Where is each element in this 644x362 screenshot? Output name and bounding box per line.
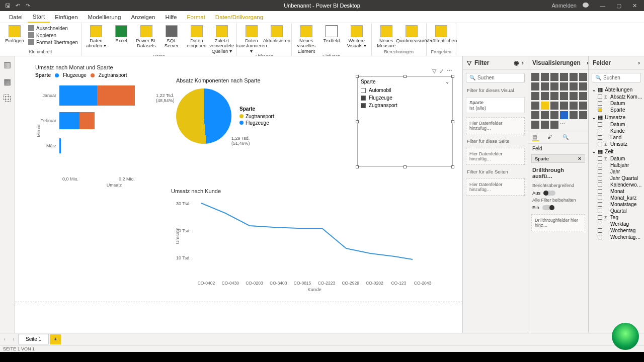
collapse-icon[interactable]: › — [522, 59, 524, 66]
keep-filters-toggle[interactable] — [542, 205, 554, 210]
minimize-icon[interactable]: — — [597, 3, 608, 9]
data-view-icon[interactable]: ▦ — [4, 77, 12, 85]
field-item[interactable]: Datum — [589, 121, 644, 128]
page-tab[interactable]: Seite 1 — [18, 334, 49, 344]
close-icon[interactable]: ✕ — [629, 3, 640, 9]
model-view-icon[interactable]: ⿻ — [4, 95, 12, 103]
page-tabs: ‹ › Seite 1 + — [0, 333, 644, 345]
new-measure-button[interactable]: Neues Measure — [375, 24, 398, 49]
eye-icon[interactable]: ◉ — [514, 59, 519, 66]
undo-icon[interactable]: ↶ — [14, 2, 21, 9]
sql-button[interactable]: SQL Server — [160, 24, 183, 49]
maximize-icon[interactable]: ▢ — [613, 3, 624, 9]
field-table[interactable]: ⌄▦Umsatze — [589, 113, 644, 121]
filter-icon[interactable]: ▽ — [432, 68, 436, 74]
field-item[interactable]: ΣTag — [589, 214, 644, 221]
collapse-icon[interactable]: › — [638, 59, 640, 66]
tab-model[interactable]: Modellierung — [83, 12, 126, 22]
copy-button[interactable]: Kopieren — [28, 32, 78, 38]
tab-format[interactable]: Format — [182, 12, 210, 22]
field-table[interactable]: ⌄▦Abteilungen — [589, 85, 644, 94]
redo-icon[interactable]: ↷ — [24, 2, 31, 9]
save-icon[interactable]: 🖫 — [4, 2, 11, 9]
field-item[interactable]: Werktag — [589, 221, 644, 227]
more-icon[interactable]: ⋯ — [447, 68, 452, 74]
field-item[interactable]: Datum — [589, 100, 644, 107]
field-item[interactable]: Quartal — [589, 208, 644, 214]
field-item[interactable]: ΣUmsatz — [589, 141, 644, 147]
field-item[interactable]: Kalenderwo… — [589, 182, 644, 188]
quick-measure-button[interactable]: Quickmeasure — [400, 24, 423, 43]
slicer-item[interactable]: Automobil — [361, 86, 449, 94]
publish-button[interactable]: Veröffentlichen — [430, 24, 453, 43]
search-icon: 🔍 — [595, 75, 601, 80]
field-item[interactable]: Monat — [589, 188, 644, 195]
cross-report-toggle[interactable] — [543, 191, 555, 196]
page-prev[interactable]: ‹ — [0, 336, 9, 342]
paste-button[interactable]: Einfügen — [3, 24, 26, 43]
bar-chart-visual[interactable]: Umsatz nach Monat und Sparte Sparte Flug… — [35, 64, 166, 188]
new-visual-button[interactable]: Neues visuelles Element — [295, 24, 318, 54]
format-painter-button[interactable]: Format übertragen — [28, 39, 78, 45]
filter-drop-page[interactable]: Hier Datenfelder hinzufüg… — [466, 148, 525, 165]
field-item[interactable]: Sparte — [589, 107, 644, 113]
textbox-button[interactable]: Textfeld — [320, 24, 343, 43]
tab-view[interactable]: Anzeigen — [126, 12, 160, 22]
window-title: Unbenannt - Power BI Desktop — [284, 3, 360, 9]
line-graphic — [196, 198, 418, 268]
pbi-datasets-button[interactable]: Power BI-Datasets — [135, 24, 158, 49]
pie-chart-visual[interactable]: Absatz Komponenten nach Sparte 1,22 Tsd.… — [176, 77, 337, 144]
add-page-button[interactable]: + — [50, 334, 61, 344]
recent-sources-button[interactable]: Zuletzt verwendete Quellen ▾ — [210, 24, 233, 54]
viz-type-icon[interactable] — [531, 73, 539, 81]
field-item[interactable]: Monatstage — [589, 201, 644, 208]
report-view-icon[interactable]: ▥ — [4, 60, 12, 68]
analytics-tab-icon[interactable]: 🔍 — [562, 134, 570, 141]
viz-pane: Visualisierungen› ⋯ ▤ 🖌 🔍 Feld Sparte✕ D… — [528, 56, 589, 333]
page-next[interactable]: › — [9, 336, 18, 342]
field-table[interactable]: ⌄▦Zeit — [589, 147, 644, 155]
slicer-clear-icon[interactable]: ⌄ — [445, 79, 449, 84]
tab-file[interactable]: Datei — [4, 12, 28, 22]
cut-button[interactable]: Ausschneiden — [28, 25, 78, 31]
drill-drop[interactable]: Drillthroughfelder hier hinz… — [531, 214, 585, 231]
field-item[interactable]: Kunde — [589, 128, 644, 134]
slicer-item[interactable]: Flugzeuge — [361, 94, 449, 102]
field-item[interactable]: ΣAbsatz Kom… — [589, 94, 644, 100]
fields-search[interactable]: 🔍Suchen — [592, 73, 641, 82]
field-item[interactable]: Wochentag — [589, 227, 644, 234]
focus-icon[interactable]: ⤢ — [439, 68, 444, 74]
tab-data[interactable]: Daten/Drillvorgang — [210, 12, 268, 22]
report-canvas[interactable]: Umsatz nach Monat und Sparte Sparte Flug… — [15, 56, 463, 333]
filter-drop-all[interactable]: Hier Datenfelder hinzufüg… — [466, 178, 525, 196]
field-item[interactable]: Land — [589, 134, 644, 141]
signin-button[interactable]: Anmelden — [545, 3, 592, 9]
slicer-viz-icon[interactable] — [541, 102, 549, 110]
fields-tab-icon[interactable]: ▤ — [532, 134, 539, 141]
tab-insert[interactable]: Einfügen — [50, 12, 83, 22]
refresh-button[interactable]: Aktualisieren — [265, 24, 288, 43]
left-rail: ▥ ▦ ⿻ — [0, 56, 15, 333]
tab-help[interactable]: Hilfe — [160, 12, 182, 22]
field-item[interactable]: ΣDatum — [589, 155, 644, 162]
field-item[interactable]: Halbjahr — [589, 162, 644, 168]
excel-button[interactable]: Excel — [110, 24, 133, 43]
filter-card[interactable]: Sparteist (alle) — [466, 97, 525, 113]
format-tab-icon[interactable]: 🖌 — [547, 134, 554, 141]
statusbar: SEITE 1 VON 1 — [0, 345, 644, 352]
field-item[interactable]: Monat_kurz — [589, 195, 644, 201]
field-item[interactable]: Jahr Quartal — [589, 175, 644, 182]
get-data-button[interactable]: Daten abrufen ▾ — [85, 24, 108, 49]
more-visuals-button[interactable]: Weitere Visuals ▾ — [345, 24, 368, 49]
transform-button[interactable]: Daten transformieren ▾ — [240, 24, 263, 54]
line-chart-visual[interactable]: Umsatz nach Kunde Umsatz 30 Tsd. 20 Tsd.… — [171, 188, 433, 292]
tab-start[interactable]: Start — [28, 12, 50, 23]
field-well[interactable]: Sparte✕ — [531, 154, 585, 163]
filter-search[interactable]: 🔍Suchen — [466, 73, 525, 82]
slicer-item[interactable]: Zugtransport — [361, 102, 449, 109]
field-item[interactable]: Wochentag… — [589, 234, 644, 240]
field-item[interactable]: Jahr — [589, 168, 644, 175]
enter-data-button[interactable]: Daten eingeben — [185, 24, 208, 49]
filter-drop-visual[interactable]: Hier Datenfelder hinzufüg… — [466, 117, 525, 134]
slicer-visual[interactable]: ▽ ⤢ ⋯ Sparte ⌄ Automobil Flugzeuge Zugtr… — [357, 76, 453, 167]
